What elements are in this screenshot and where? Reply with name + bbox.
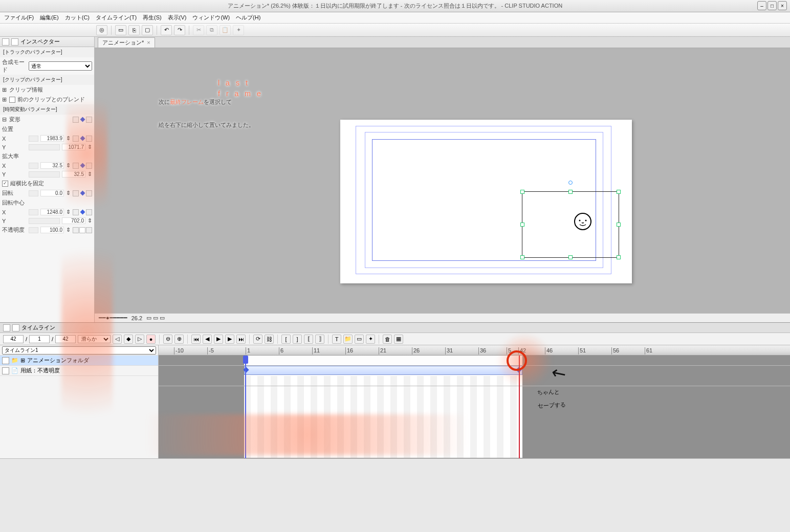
redo-icon[interactable]: ↷ (174, 25, 185, 35)
key-next[interactable] (86, 227, 92, 233)
marker-in2-icon[interactable]: ⟦ (304, 335, 313, 344)
copy-icon[interactable]: ⧉ (206, 25, 217, 35)
marker-out2-icon[interactable]: ⟧ (315, 335, 324, 344)
rotate-handle[interactable] (568, 181, 573, 185)
handle-tr[interactable] (617, 190, 621, 194)
delete-icon[interactable]: ✦ (233, 25, 244, 35)
frame-current[interactable] (3, 335, 24, 343)
new-file-icon[interactable]: ▭ (115, 25, 126, 35)
clip[interactable] (244, 366, 522, 375)
track-row[interactable]: 📄用紙：不透明度 (0, 366, 158, 376)
loop-icon[interactable]: ⟳ (253, 335, 262, 344)
rc-x-value[interactable]: 1248.0 (40, 209, 64, 215)
zoom-value[interactable]: 26.2 (131, 315, 142, 321)
record-icon[interactable]: ● (146, 335, 156, 344)
clip-info-label[interactable]: クリップ情報 (9, 86, 43, 94)
maximize-button[interactable]: □ (767, 1, 777, 10)
playhead[interactable] (243, 356, 248, 458)
key-next[interactable] (86, 117, 92, 123)
zoom-out-icon[interactable]: ⊖ (163, 335, 172, 344)
document-tab[interactable]: アニメーション* × (98, 37, 155, 48)
visibility-icon[interactable] (2, 367, 9, 374)
menu-edit[interactable]: 編集(E) (40, 14, 59, 21)
key-diamond-icon[interactable] (79, 136, 85, 142)
trash-icon[interactable]: 🗑 (383, 335, 392, 344)
open-file-icon[interactable]: ⎘ (128, 25, 140, 35)
goto-start-icon[interactable]: ⏮ (191, 335, 201, 344)
frame-mid[interactable] (29, 335, 50, 343)
key-prev[interactable] (73, 209, 79, 215)
scale-y-value[interactable]: 32.5 (62, 171, 85, 178)
lock-aspect-check[interactable]: ✓ (2, 181, 8, 187)
kf-prev-icon[interactable]: ◁ (113, 335, 122, 344)
kf-diamond-icon[interactable]: ◆ (124, 335, 133, 344)
menu-window[interactable]: ウィンドウ(W) (192, 14, 230, 21)
undo-icon[interactable]: ↶ (161, 25, 172, 35)
save-icon[interactable]: ▢ (142, 25, 153, 35)
timeline-select[interactable]: タイムライン1 (2, 346, 156, 354)
handle-mr[interactable] (617, 223, 621, 227)
minimize-button[interactable]: – (757, 1, 766, 10)
kf-next-icon[interactable]: ▷ (135, 335, 144, 344)
track-lane2[interactable] (159, 376, 790, 386)
folder-icon[interactable]: 📁 (343, 335, 353, 344)
handle-ml[interactable] (520, 223, 524, 227)
timeline-ruler[interactable]: -10 -5 1 6 11 16 21 26 31 36 5 42 46 51 … (159, 345, 790, 356)
paste-icon[interactable]: 📋 (220, 25, 231, 35)
goto-end-icon[interactable]: ⏭ (236, 335, 246, 344)
tool-spiral-icon[interactable]: ◎ (96, 25, 107, 35)
pos-y-value[interactable]: 1071.7 (62, 144, 85, 150)
marker-out-icon[interactable]: ] (293, 335, 302, 344)
rotation-value[interactable]: 0.0 (40, 190, 64, 196)
zoom-controls[interactable]: ▭ ▭ ▭ (146, 315, 165, 321)
key-prev[interactable] (73, 117, 79, 123)
scale-x-value[interactable]: 32.5 (40, 162, 64, 169)
key-prev[interactable] (73, 190, 79, 196)
panel-tab[interactable]: インスペクター (0, 37, 94, 47)
close-button[interactable]: × (778, 1, 787, 10)
menu-cut[interactable]: カット(C) (65, 14, 90, 21)
text-icon[interactable]: T (332, 335, 341, 344)
handle-br[interactable] (617, 255, 621, 259)
menu-file[interactable]: ファイル(F) (4, 14, 34, 21)
rc-y-value[interactable]: 702.0 (62, 217, 85, 224)
interp-select[interactable]: 滑らか (78, 335, 111, 343)
menu-help[interactable]: ヘルプ(H) (236, 14, 260, 21)
selection-box[interactable] (522, 191, 619, 258)
visibility-icon[interactable] (2, 357, 9, 364)
canvas[interactable] (95, 48, 790, 313)
prev-blend-check[interactable] (9, 97, 15, 103)
handle-tl[interactable] (520, 190, 524, 194)
key-diamond-icon[interactable] (79, 190, 85, 196)
timeline-area[interactable]: -10 -5 1 6 11 16 21 26 31 36 5 42 46 51 … (159, 345, 790, 458)
effect-icon[interactable]: ✦ (366, 335, 375, 344)
transform-label[interactable]: 変形 (9, 116, 20, 123)
handle-bm[interactable] (568, 255, 573, 259)
menu-view[interactable]: 表示(V) (168, 14, 187, 21)
blend-mode-select[interactable]: 通常 (29, 61, 92, 71)
key-diamond-icon[interactable] (79, 117, 85, 123)
end-marker[interactable] (517, 356, 522, 458)
menu-play[interactable]: 再生(S) (143, 14, 162, 21)
key-empty[interactable] (79, 227, 85, 233)
key-diamond-icon[interactable] (79, 209, 85, 215)
key-diamond-icon[interactable] (79, 163, 85, 169)
handle-tm[interactable] (568, 190, 573, 194)
track-lane[interactable] (159, 356, 790, 366)
frame-end[interactable] (55, 335, 76, 343)
key-prev[interactable] (73, 227, 79, 233)
pos-x-value[interactable]: 1983.9 (40, 135, 64, 142)
link-icon[interactable]: ⛓ (265, 335, 274, 344)
play-icon[interactable]: ▶ (214, 335, 223, 344)
key-next[interactable] (86, 163, 92, 169)
key-next[interactable] (86, 190, 92, 196)
settings-icon[interactable]: ▦ (394, 335, 403, 344)
zoom-in-icon[interactable]: ⊕ (174, 335, 184, 344)
marker-in-icon[interactable]: [ (281, 335, 291, 344)
menu-timeline[interactable]: タイムライン(T) (96, 14, 137, 21)
key-next[interactable] (86, 136, 92, 142)
close-icon[interactable]: × (147, 39, 150, 46)
key-prev[interactable] (73, 163, 79, 169)
step-back-icon[interactable]: ◀ (203, 335, 212, 344)
layer-icon[interactable]: ▭ (355, 335, 364, 344)
